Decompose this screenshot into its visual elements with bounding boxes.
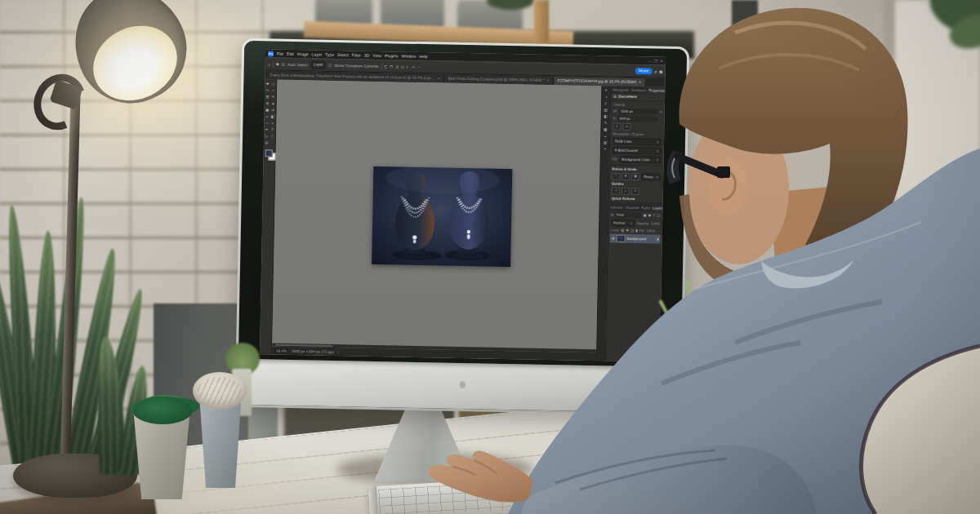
photoshop-logo-icon: Ps bbox=[268, 51, 274, 56]
show-transform-label: Show Transform Controls bbox=[334, 63, 378, 68]
move-tool-icon[interactable]: ✚ bbox=[276, 62, 279, 66]
color-swatches[interactable] bbox=[264, 148, 275, 160]
home-icon[interactable]: ⌂ bbox=[268, 62, 270, 66]
transform-checkbox[interactable]: ☐ bbox=[328, 63, 332, 67]
status-chevron-icon[interactable]: 〉 bbox=[337, 350, 341, 354]
align-left-icon[interactable]: ⊏ bbox=[384, 64, 387, 69]
eyedropper-tool-icon[interactable]: ✎ bbox=[270, 94, 276, 100]
menu-layer[interactable]: Layer bbox=[312, 51, 323, 56]
auto-select-checkbox[interactable]: ☑ bbox=[282, 62, 285, 66]
divider bbox=[273, 60, 274, 68]
man-hand bbox=[429, 451, 532, 503]
brush-tool-icon[interactable]: ● bbox=[270, 100, 276, 107]
auto-select-dropdown[interactable]: Layer bbox=[311, 60, 326, 69]
type-tool-icon[interactable]: T bbox=[270, 126, 275, 133]
menu-filter[interactable]: Filter bbox=[352, 52, 361, 57]
menu-file[interactable]: File bbox=[277, 51, 283, 56]
menu-view[interactable]: View bbox=[372, 53, 381, 58]
succulent-plant bbox=[132, 397, 193, 424]
office-scene: Ps File Edit Image Layer Type Select Fil… bbox=[0, 0, 980, 514]
menu-3d[interactable]: 3D bbox=[364, 53, 370, 58]
document-info: 1500 px x 844 px (72 ppi) bbox=[292, 349, 334, 354]
menu-select[interactable]: Select bbox=[337, 52, 349, 57]
ear bbox=[709, 157, 748, 215]
zoom-tool-icon[interactable]: ◎ bbox=[264, 140, 270, 146]
menu-type[interactable]: Type bbox=[325, 52, 334, 57]
marquee-tool-icon[interactable]: ▭ bbox=[270, 81, 276, 87]
man-at-desk bbox=[392, 0, 980, 514]
yarn-ball bbox=[193, 372, 247, 410]
history-brush-tool-icon[interactable]: ↺ bbox=[270, 107, 276, 113]
shape-tool-icon[interactable]: □ bbox=[270, 133, 275, 140]
gradient-tool-icon[interactable]: ◧ bbox=[270, 113, 275, 120]
divider bbox=[381, 63, 381, 70]
dodge-tool-icon[interactable]: ◐ bbox=[270, 120, 275, 126]
menu-edit[interactable]: Edit bbox=[287, 51, 294, 56]
foreground-color-swatch[interactable] bbox=[265, 149, 273, 157]
auto-select-label: Auto Select: bbox=[287, 62, 309, 66]
object-selection-tool-icon[interactable]: ⌖ bbox=[270, 87, 276, 94]
menu-image[interactable]: Image bbox=[297, 51, 309, 56]
zoom-level[interactable]: 16.4% bbox=[274, 348, 288, 353]
